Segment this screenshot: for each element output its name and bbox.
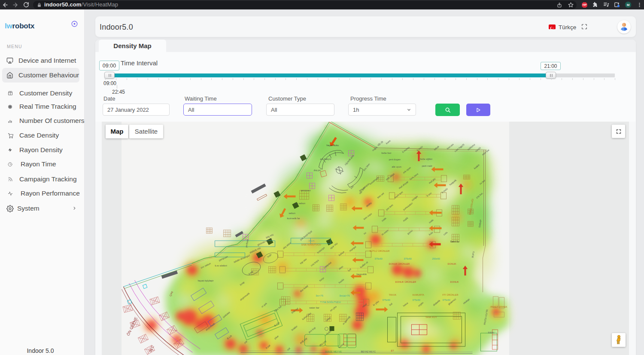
svg-text:DONUK ÜRÜNLER: DONUK ÜRÜNLER [389, 263, 410, 265]
svg-text:DONUK ÜRÜNLER: DONUK ÜRÜNLER [395, 281, 416, 283]
svg-text:375x60: 375x60 [404, 257, 411, 260]
svg-text:bebe eğitici: bebe eğitici [420, 158, 432, 160]
svg-text:375x60: 375x60 [412, 299, 420, 301]
svg-text:DONUK: DONUK [450, 281, 459, 283]
svg-text:BEYAZ MLYC: BEYAZ MLYC [361, 350, 376, 353]
svg-text:375x75: 375x75 [308, 240, 314, 242]
svg-text:bagısıklık: bagısıklık [356, 273, 367, 275]
svg-text:Sabit Su: Sabit Su [450, 240, 459, 243]
svg-text:FTI ÜRÜNLER: FTI ÜRÜNLER [442, 294, 458, 296]
svg-text:SEBZE MEYVE: SEBZE MEYVE [325, 350, 342, 353]
svg-text:ŞIŞE SOĞUTUCU: ŞIŞE SOĞUTUCU [301, 243, 321, 246]
svg-text:water bar: water bar [309, 306, 319, 309]
svg-text:hayan koku: hayan koku [326, 144, 339, 147]
svg-text:parti malz: parti malz [422, 165, 432, 167]
svg-text:ET: ET [391, 349, 394, 352]
svg-text:aile oyun: aile oyun [392, 165, 401, 168]
svg-text:kozmetik far: kozmetik far [287, 217, 300, 220]
svg-text:sabun: sabun [289, 212, 295, 214]
svg-text:şampuan: şampuan [301, 189, 310, 192]
svg-text:TYSE SOĞUTUCU: TYSE SOĞUTUCU [320, 301, 340, 303]
svg-text:375x60: 375x60 [442, 299, 450, 301]
svg-text:3m<75: 3m<75 [316, 294, 323, 297]
svg-text:duş jel: duş jel [313, 169, 320, 171]
svg-text:erk bakym: erk bakym [320, 158, 331, 160]
svg-text:ABP: ABP [582, 4, 586, 6]
svg-text:ÖN CEPHE: ÖN CEPHE [126, 316, 138, 337]
svg-text:sıvı sabun: sıvı sabun [294, 202, 305, 205]
svg-text:M: M [626, 3, 629, 7]
svg-text:375x60: 375x60 [374, 257, 382, 260]
svg-text:FIRIN: FIRIN [488, 331, 494, 334]
svg-text:375x60: 375x60 [382, 299, 390, 301]
svg-text:TANK.KÜY: TANK.KÜY [425, 316, 437, 318]
svg-text:bebe bez: bebe bez [381, 152, 391, 154]
svg-text:HUMURTA: HUMURTA [412, 294, 424, 296]
svg-text:3m(a)<75: 3m(a)<75 [339, 294, 349, 297]
svg-text:yeni dogan: yeni dogan [389, 158, 400, 161]
svg-text:hayatı kşlylaştr: hayatı kşlylaştr [197, 279, 213, 282]
svg-text:SÜTLÜ ÜRÜNLER: SÜTLÜ ÜRÜNLER [369, 250, 389, 252]
svg-text:PAKET EKMEK: PAKET EKMEK [490, 306, 507, 308]
svg-text:TAVUK: TAVUK [389, 294, 396, 296]
svg-text:k.ev aletleri: k.ev aletleri [215, 264, 227, 267]
svg-text:250x60: 250x60 [432, 257, 440, 260]
svg-text:DONUK: DONUK [447, 263, 456, 265]
